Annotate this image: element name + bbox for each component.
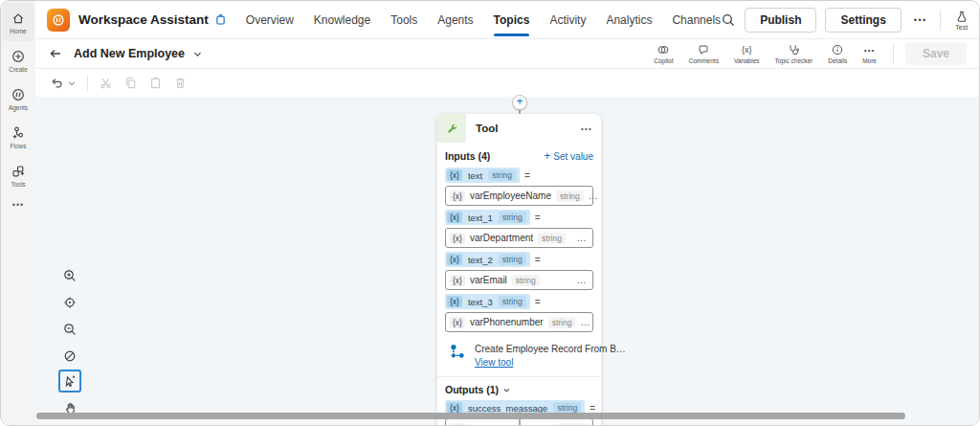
- variables-button[interactable]: {x} Variables: [727, 43, 767, 64]
- sidebar-more-button[interactable]: •••: [12, 200, 24, 210]
- equals-sign: =: [535, 255, 541, 265]
- value-type: string: [559, 423, 587, 426]
- inputs-header: Inputs (4): [445, 150, 490, 162]
- agents-icon: [11, 87, 26, 102]
- variables-icon: {x}: [742, 43, 752, 56]
- input-value-field[interactable]: {x}varPhonenumberstring …: [445, 312, 593, 332]
- info-icon: [831, 43, 844, 56]
- cut-icon[interactable]: [99, 76, 113, 90]
- tools-icon: [11, 164, 26, 179]
- wrench-icon: [437, 114, 466, 143]
- value-type: string: [538, 233, 566, 244]
- tab-analytics[interactable]: Analytics: [606, 1, 652, 39]
- divider: [437, 376, 601, 377]
- left-rail: Home Create Agents Flows Tools •••: [1, 1, 35, 425]
- tool-node-card: Tool ••• Inputs (4) +Set value {x}textst…: [437, 114, 601, 426]
- sidebar-item-tools[interactable]: Tools: [2, 156, 34, 194]
- delete-icon[interactable]: [173, 76, 188, 90]
- authoring-canvas[interactable]: + Tool ••• Inputs (4) +Set value {x}text…: [35, 97, 979, 425]
- tab-agents[interactable]: Agents: [437, 1, 473, 39]
- action-label: Comments: [688, 57, 718, 64]
- details-button[interactable]: Details: [821, 43, 854, 64]
- tab-topics[interactable]: Topics: [494, 1, 530, 39]
- more-button[interactable]: ••• More: [856, 43, 883, 64]
- sidebar-item-create[interactable]: Create: [2, 41, 34, 79]
- select-mode-button[interactable]: [58, 370, 81, 392]
- node-menu-button[interactable]: •••: [572, 124, 601, 133]
- center-canvas-button[interactable]: [58, 291, 81, 314]
- divider: [893, 43, 894, 64]
- value-type: string: [512, 275, 540, 286]
- tab-channels[interactable]: Channels: [672, 1, 721, 39]
- tab-tools[interactable]: Tools: [390, 1, 417, 39]
- field-more-button[interactable]: …: [577, 275, 588, 285]
- input-value-field[interactable]: {x}varEmployeeNamestring …: [445, 186, 593, 206]
- copy-icon[interactable]: [123, 76, 138, 90]
- assistant-badge-icon: [214, 13, 227, 26]
- more-icon: •••: [864, 43, 875, 56]
- back-arrow-icon[interactable]: [48, 46, 63, 61]
- param-name: text_2: [468, 255, 493, 265]
- stethoscope-icon: [787, 43, 800, 56]
- input-value-field[interactable]: {x}varDepartmentstring …: [445, 228, 593, 248]
- zoom-in-icon: [62, 268, 78, 283]
- value-name: varPhonenumber: [470, 317, 544, 327]
- flow-tool-icon: [447, 343, 466, 362]
- publish-button[interactable]: Publish: [745, 8, 816, 33]
- variable-icon: {x}: [450, 275, 465, 286]
- topic-checker-button[interactable]: Topic checker: [768, 43, 820, 64]
- zoom-in-button[interactable]: [58, 264, 81, 287]
- sidebar-item-flows[interactable]: Flows: [2, 118, 34, 156]
- test-label: Test: [955, 24, 968, 31]
- zoom-out-button[interactable]: [58, 318, 81, 341]
- copilot-button[interactable]: Copilot: [647, 43, 679, 64]
- sidebar-item-label: Tools: [11, 181, 25, 188]
- value-name: varEmail: [470, 275, 507, 285]
- header-more-button[interactable]: •••: [910, 15, 931, 25]
- insert-node-button[interactable]: +: [512, 95, 527, 110]
- chevron-down-icon: [502, 386, 511, 394]
- referenced-tool: Create Employee Record From B… View tool: [447, 343, 591, 368]
- input-value-field[interactable]: {x}varEmailstring …: [445, 270, 593, 290]
- target-icon: [62, 295, 78, 310]
- undo-button[interactable]: [50, 76, 77, 90]
- divider: [87, 76, 88, 91]
- flask-icon: [955, 10, 969, 23]
- tab-knowledge[interactable]: Knowledge: [314, 1, 370, 39]
- variable-icon: {x}: [450, 423, 465, 426]
- test-button[interactable]: Test: [949, 10, 974, 31]
- param-type: string: [499, 296, 526, 307]
- input-def-row: {x}text_3string =: [445, 294, 593, 309]
- settings-button[interactable]: Settings: [825, 8, 901, 33]
- paste-icon[interactable]: [148, 76, 163, 90]
- param-type: string: [499, 212, 526, 223]
- topic-bar: Add New Employee Copilot Comments {x} Va…: [35, 39, 979, 69]
- topic-title-dropdown[interactable]: Add New Employee: [74, 47, 203, 60]
- view-tool-link[interactable]: View tool: [475, 357, 513, 368]
- set-value-button[interactable]: +Set value: [544, 149, 593, 163]
- variable-icon: {x}: [447, 212, 462, 223]
- sidebar-item-home[interactable]: Home: [2, 3, 34, 41]
- field-more-button[interactable]: …: [589, 191, 599, 201]
- divider: [940, 10, 941, 31]
- tab-activity[interactable]: Activity: [549, 1, 586, 39]
- tab-overview[interactable]: Overview: [246, 1, 294, 39]
- outputs-header[interactable]: Outputs (1): [445, 384, 511, 395]
- sidebar-item-agents[interactable]: Agents: [2, 79, 34, 118]
- horizontal-scrollbar[interactable]: [36, 413, 905, 419]
- param-type: string: [499, 254, 526, 265]
- topic-title: Add New Employee: [74, 47, 185, 60]
- topic-actions: Copilot Comments {x} Variables Topic che…: [647, 42, 967, 65]
- create-icon: [11, 49, 26, 64]
- field-more-button[interactable]: …: [577, 233, 588, 243]
- field-more-button[interactable]: …: [580, 317, 590, 327]
- search-icon[interactable]: [721, 12, 736, 28]
- plus-icon: +: [544, 149, 550, 163]
- param-name: text: [468, 170, 482, 181]
- param-type: string: [488, 169, 516, 181]
- zoom-reset-button[interactable]: [58, 345, 81, 368]
- comments-button[interactable]: Comments: [681, 43, 724, 64]
- tool-name: Create Employee Record From B…: [475, 344, 626, 354]
- save-button[interactable]: Save: [905, 42, 967, 65]
- value-type: string: [548, 317, 576, 328]
